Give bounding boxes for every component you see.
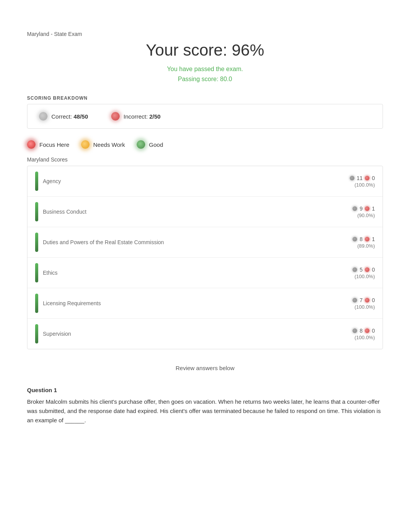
subject-licensing: Licensing Requirements (43, 300, 101, 306)
incorrect-dot-duties (365, 237, 369, 241)
scoring-breakdown-box: Correct: 48/50 Incorrect: 2/50 (27, 104, 383, 129)
incorrect-dot (111, 112, 120, 121)
correct-dot-supervision (352, 328, 357, 333)
row-right: 11 0 (100.0%) (350, 175, 375, 188)
correct-duties: 8 (359, 236, 363, 242)
table-row: Licensing Requirements 7 0 (100.0%) (27, 288, 383, 319)
subject-business: Business Conduct (43, 209, 86, 215)
bar-business (35, 202, 38, 221)
correct-dot-licensing (352, 298, 357, 303)
score-numbers-supervision: 8 0 (352, 328, 375, 334)
incorrect-dot-licensing (365, 298, 369, 303)
needs-label: Needs Work (93, 141, 125, 148)
bar-duties (35, 233, 38, 252)
bar-agency (35, 172, 38, 191)
question-1-title: Question 1 (27, 387, 383, 393)
score-heading: Your score: 96% (27, 41, 383, 59)
row-left: Supervision (35, 324, 71, 343)
pct-supervision: (100.0%) (354, 335, 375, 340)
row-right: 9 1 (90.0%) (352, 206, 375, 218)
row-right: 5 0 (100.0%) (352, 267, 375, 279)
correct-agency: 11 (357, 175, 363, 181)
score-numbers-licensing: 7 0 (352, 297, 375, 303)
table-row: Agency 11 0 (100.0%) (27, 166, 383, 197)
needs-dot (81, 140, 90, 149)
table-row: Duties and Powers of the Real Estate Com… (27, 227, 383, 258)
table-row: Business Conduct 9 1 (90.0%) (27, 197, 383, 227)
row-left: Duties and Powers of the Real Estate Com… (35, 233, 164, 252)
correct-licensing: 7 (359, 297, 363, 303)
bar-ethics (35, 263, 38, 282)
passing-score: Passing score: 80.0 (27, 74, 383, 84)
row-right: 8 0 (100.0%) (352, 328, 375, 340)
subject-supervision: Supervision (43, 331, 71, 337)
focus-label: Focus Here (39, 141, 69, 148)
legend-needs: Needs Work (81, 140, 125, 149)
subject-duties: Duties and Powers of the Real Estate Com… (43, 239, 164, 245)
incorrect-agency: 0 (372, 175, 375, 181)
good-dot (137, 140, 145, 149)
row-left: Business Conduct (35, 202, 86, 221)
bar-licensing (35, 294, 38, 313)
incorrect-label: Incorrect: 2/50 (124, 113, 161, 120)
incorrect-dot-ethics (365, 267, 369, 272)
pct-duties: (89.0%) (357, 243, 375, 249)
incorrect-dot-supervision (365, 328, 369, 333)
score-numbers-duties: 8 1 (352, 236, 375, 242)
scoring-breakdown-label: SCORING BREAKDOWN (27, 95, 383, 101)
table-row: Ethics 5 0 (100.0%) (27, 258, 383, 288)
row-left: Ethics (35, 263, 58, 282)
correct-ethics: 5 (359, 267, 363, 273)
legend-focus: Focus Here (27, 140, 69, 149)
correct-supervision: 8 (359, 328, 363, 334)
incorrect-licensing: 0 (372, 297, 375, 303)
subject-agency: Agency (43, 178, 61, 184)
correct-score-item: Correct: 48/50 (39, 112, 88, 121)
focus-dot (27, 140, 36, 149)
incorrect-supervision: 0 (372, 328, 375, 334)
row-left: Agency (35, 172, 61, 191)
correct-dot-ethics (352, 267, 357, 272)
legend-section: Focus Here Needs Work Good (27, 140, 383, 149)
pass-message: You have passed the exam. (27, 64, 383, 74)
pct-business: (90.0%) (357, 212, 375, 218)
bar-supervision (35, 324, 38, 343)
incorrect-duties: 1 (372, 236, 375, 242)
correct-dot-agency (350, 176, 354, 180)
exam-label: Maryland - State Exam (27, 31, 383, 37)
correct-label: Correct: 48/50 (51, 113, 88, 120)
row-right: 8 1 (89.0%) (352, 236, 375, 249)
pass-message-block: You have passed the exam. Passing score:… (27, 64, 383, 84)
pct-ethics: (100.0%) (354, 274, 375, 279)
correct-dot (39, 112, 47, 121)
row-left: Licensing Requirements (35, 294, 101, 313)
legend-good: Good (137, 140, 163, 149)
pct-licensing: (100.0%) (354, 304, 375, 310)
review-label: Review answers below (27, 365, 383, 371)
good-label: Good (149, 141, 163, 148)
incorrect-dot-business (365, 206, 369, 211)
score-numbers-business: 9 1 (352, 206, 375, 212)
table-row: Supervision 8 0 (100.0%) (27, 319, 383, 349)
score-numbers-agency: 11 0 (350, 175, 375, 181)
incorrect-score-item: Incorrect: 2/50 (111, 112, 161, 121)
incorrect-dot-agency (365, 176, 369, 180)
maryland-scores-label: Maryland Scores (27, 156, 383, 163)
incorrect-business: 1 (372, 206, 375, 212)
correct-business: 9 (359, 206, 363, 212)
scores-table: Agency 11 0 (100.0%) Business Conduct (27, 166, 383, 349)
correct-dot-duties (352, 237, 357, 241)
pct-agency: (100.0%) (354, 182, 375, 188)
subject-ethics: Ethics (43, 270, 58, 276)
correct-dot-business (352, 206, 357, 211)
incorrect-ethics: 0 (372, 267, 375, 273)
question-1-block: Question 1 Broker Malcolm submits his cl… (27, 387, 383, 425)
score-numbers-ethics: 5 0 (352, 267, 375, 273)
question-1-text: Broker Malcolm submits his client's purc… (27, 397, 383, 425)
row-right: 7 0 (100.0%) (352, 297, 375, 310)
